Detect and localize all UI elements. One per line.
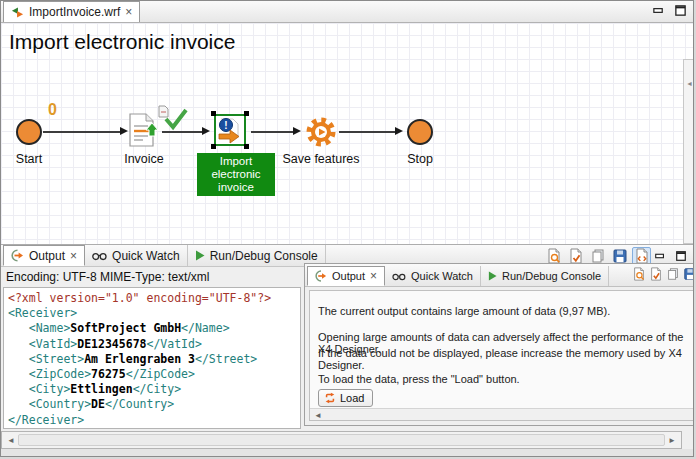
- invoice-node[interactable]: [128, 113, 158, 147]
- arrowhead-icon: [120, 127, 128, 135]
- tab-run-debug-label: Run/Debug Console: [210, 249, 318, 263]
- popup-tab-output[interactable]: Output ×: [307, 266, 385, 286]
- edge-count-label: 0: [48, 101, 57, 119]
- popup-toolbar: [632, 267, 694, 281]
- arrowhead-icon: [395, 127, 403, 135]
- selection-handle[interactable]: [244, 144, 249, 149]
- edge-start-invoice: [43, 131, 123, 133]
- xml-line: <Receiver>: [8, 306, 300, 321]
- xml-line: <City>Ettlingen</City>: [8, 382, 300, 397]
- panel-window-controls: [654, 250, 687, 262]
- encoding-info: Encoding: UTF-8 MIME-Type: text/xml: [6, 270, 209, 284]
- popup-tab-quick-watch[interactable]: Quick Watch: [385, 266, 481, 286]
- tab-output-label: Output: [29, 249, 65, 263]
- doc-search-icon: [546, 248, 562, 264]
- xml-line: <ZipCode>76275</ZipCode>: [8, 367, 300, 382]
- save-icon[interactable]: [683, 267, 694, 281]
- editor-tab-label: ImportInvoice.wrf: [29, 5, 120, 19]
- start-node-label: Start: [0, 152, 74, 166]
- edge-import-save: [251, 131, 296, 133]
- stop-node[interactable]: [407, 119, 433, 145]
- save-icon: [612, 248, 628, 264]
- editor-window-controls: [652, 4, 687, 17]
- minimize-icon[interactable]: [652, 4, 665, 17]
- doc-code-icon: [634, 248, 650, 264]
- copy-icon: [590, 248, 606, 264]
- import-node-icon: !: [214, 114, 246, 146]
- popup-message-load-hint: To load the data, press the "Load" butto…: [318, 373, 520, 385]
- quick-watch-icon: [392, 272, 406, 281]
- popup-horizontal-scrollbar[interactable]: ◄: [310, 408, 694, 420]
- collapse-left-icon: ◄: [686, 80, 693, 87]
- xml-line: <?xml version="1.0" encoding="UTF-8"?>: [8, 291, 300, 306]
- stop-node-label: Stop: [375, 152, 465, 166]
- selection-handle[interactable]: [211, 111, 216, 116]
- save-features-node-label: Save features: [276, 152, 366, 166]
- tab-quick-watch[interactable]: Quick Watch: [85, 245, 188, 266]
- scroll-left-icon[interactable]: ◄: [314, 411, 322, 420]
- start-node[interactable]: [16, 119, 42, 145]
- popup-message-area: The current output contains large amount…: [309, 290, 694, 421]
- xml-line: <VatId>DE12345678</VatId>: [8, 337, 300, 352]
- load-button[interactable]: Load: [318, 389, 373, 407]
- popup-tab-quick-watch-label: Quick Watch: [411, 270, 473, 282]
- copy-icon[interactable]: [666, 267, 680, 281]
- arrowhead-icon: [293, 127, 301, 135]
- page-title: Import electronic invoice: [9, 30, 235, 54]
- bottom-strip: [1, 449, 693, 457]
- load-button-label: Load: [340, 392, 364, 404]
- tab-quick-watch-label: Quick Watch: [112, 249, 180, 263]
- xml-code[interactable]: <?xml version="1.0" encoding="UTF-8"?><R…: [3, 287, 301, 429]
- xml-line: <Country>DE</Country>: [8, 397, 300, 412]
- selection-handle[interactable]: [211, 144, 216, 149]
- popup-tabbar: Output × Quick Watch Run/Debug Console: [305, 264, 694, 287]
- output-tab-icon: [11, 249, 24, 262]
- edge-invoice-import: [162, 131, 205, 133]
- run-console-icon: [195, 250, 205, 261]
- edge-save-stop: [339, 131, 398, 133]
- maximize-icon[interactable]: [675, 250, 687, 262]
- main-horizontal-scrollbar[interactable]: ◄ ►: [1, 431, 682, 449]
- doc-search-icon[interactable]: [632, 267, 646, 281]
- tab-importinvoice-wrf[interactable]: ImportInvoice.wrf ×: [3, 1, 140, 22]
- workflow-file-icon: [11, 6, 24, 19]
- close-icon[interactable]: ×: [70, 251, 77, 261]
- editor-tabbar: ImportInvoice.wrf ×: [1, 1, 693, 23]
- import-node-selected[interactable]: !: [211, 111, 249, 149]
- scrollbar-thumb[interactable]: [18, 434, 665, 446]
- maximize-icon[interactable]: [674, 4, 687, 17]
- output-popup: Output × Quick Watch Run/Debug Console: [304, 263, 694, 426]
- popup-tab-output-label: Output: [332, 270, 365, 282]
- minimize-icon[interactable]: [654, 250, 666, 262]
- popup-tab-run-debug[interactable]: Run/Debug Console: [481, 266, 609, 286]
- output-tab-icon: [315, 270, 327, 282]
- scroll-left-icon[interactable]: ◄: [7, 436, 15, 445]
- tab-output[interactable]: Output ×: [3, 245, 85, 266]
- popup-tab-run-debug-label: Run/Debug Console: [502, 270, 601, 282]
- arrowhead-icon: [202, 127, 210, 135]
- import-node-label: Import electronic invoice: [197, 153, 275, 196]
- scroll-right-icon[interactable]: ►: [668, 436, 676, 445]
- close-icon[interactable]: ×: [125, 7, 132, 17]
- svg-text:!: !: [224, 120, 227, 131]
- x4-designer-window: ImportInvoice.wrf × Import electronic in…: [0, 0, 694, 457]
- doc-check-icon[interactable]: [649, 267, 663, 281]
- xml-line: </Receiver>: [8, 413, 300, 428]
- run-console-icon: [488, 271, 497, 281]
- workflow-canvas[interactable]: Import electronic invoice 0 Start: [1, 23, 693, 244]
- popup-message-memory: If the data could not be displayed, plea…: [318, 347, 694, 371]
- xml-line: <Name>SoftProject GmbH</Name>: [8, 321, 300, 336]
- selection-handle[interactable]: [244, 111, 249, 116]
- popup-message-size: The current output contains large amount…: [318, 305, 610, 317]
- xml-line: <Street>Am Erlengraben 3</Street>: [8, 352, 300, 367]
- save-features-node[interactable]: [304, 115, 338, 149]
- close-icon[interactable]: ×: [370, 271, 377, 281]
- doc-check-icon: [568, 248, 584, 264]
- load-refresh-icon: [324, 392, 336, 404]
- palette-collapse-strip[interactable]: ◄: [683, 59, 694, 244]
- check-icon: [163, 107, 189, 131]
- quick-watch-icon: [92, 251, 107, 261]
- invoice-node-label: Invoice: [99, 152, 189, 166]
